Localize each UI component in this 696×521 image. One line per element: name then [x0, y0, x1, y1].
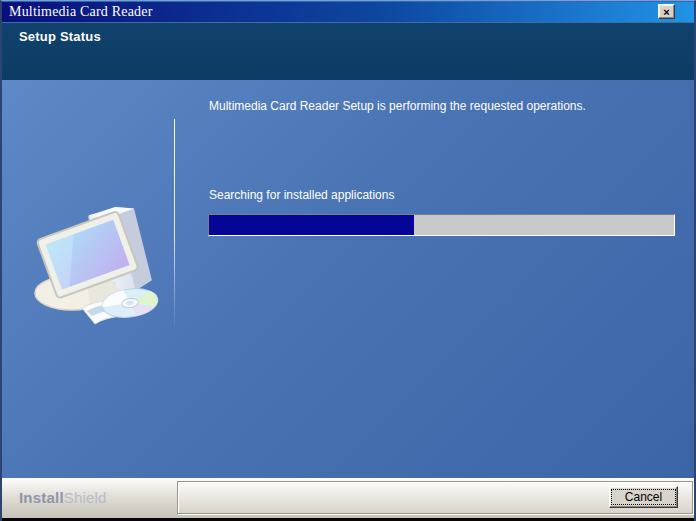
- cancel-button-label: Cancel: [611, 489, 676, 505]
- header-band: Setup Status: [2, 22, 694, 80]
- setup-wizard-window: Multimedia Card Reader × Setup Status: [0, 0, 696, 521]
- close-icon: ×: [663, 6, 669, 18]
- brand-light: Shield: [64, 489, 107, 506]
- page-title: Setup Status: [19, 29, 101, 44]
- cancel-button[interactable]: Cancel: [609, 486, 678, 508]
- window-title: Multimedia Card Reader: [2, 2, 153, 22]
- setup-description: Multimedia Card Reader Setup is performi…: [209, 99, 679, 113]
- brand-bold: Install: [19, 489, 64, 506]
- installshield-logo: InstallShield: [19, 489, 107, 506]
- main-area: Multimedia Card Reader Setup is performi…: [2, 80, 694, 478]
- footer-bar: InstallShield Cancel: [2, 478, 694, 518]
- titlebar[interactable]: Multimedia Card Reader ×: [2, 2, 694, 22]
- computer-cd-illustration: [27, 196, 177, 366]
- status-message: Searching for installed applications: [209, 188, 669, 202]
- footer-button-panel: Cancel: [177, 481, 693, 514]
- progress-fill: [209, 215, 414, 235]
- close-button[interactable]: ×: [658, 4, 675, 19]
- progress-bar: [208, 214, 675, 236]
- vertical-divider: [174, 119, 175, 331]
